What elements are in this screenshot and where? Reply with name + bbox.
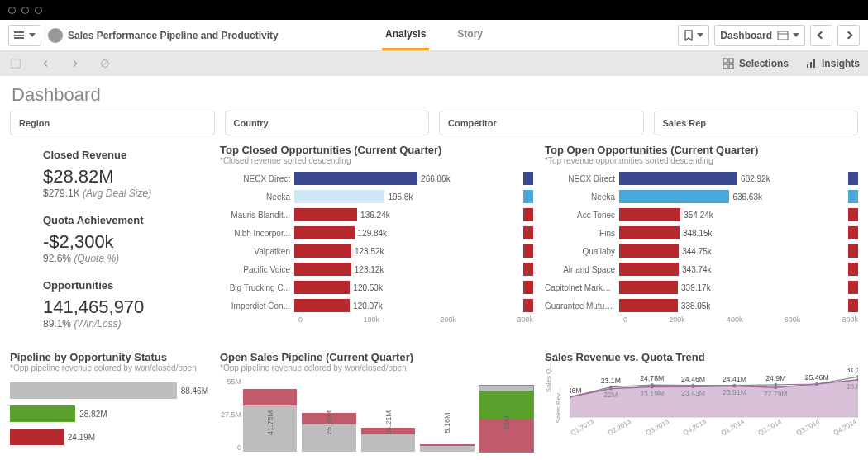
bar-side-marker — [848, 172, 858, 185]
insights-icon — [805, 58, 817, 69]
filter-region[interactable]: Region — [10, 111, 215, 135]
kpi-quota: Quota Achievement -$2,300k 92.6% (Quota … — [43, 214, 205, 264]
axis-tick: 200k — [440, 315, 456, 324]
bookmark-button[interactable] — [678, 25, 709, 46]
bar-row[interactable]: Big Trucking C...120.53k — [220, 279, 533, 296]
bar-row[interactable]: Quallaby344.75k — [545, 243, 858, 259]
axis-tick: 0 — [298, 315, 303, 324]
data-label: 24.78M — [640, 374, 664, 382]
kpi-opportunities: Opportunities 141,465,970 89.1% (Win/Los… — [43, 279, 205, 330]
selections-icon — [723, 58, 734, 69]
chart-top-open: Top Open Opportunities (Current Quarter)… — [545, 144, 858, 344]
bar-side-marker — [848, 208, 858, 221]
bar-row[interactable]: NECX Direct266.86k — [220, 170, 533, 187]
tab-analysis[interactable]: Analysis — [382, 20, 429, 50]
bar-row[interactable]: Nibh Incorpor...129.84k — [220, 225, 533, 241]
bar-value: 136.24k — [360, 211, 390, 220]
nav-prev-button[interactable] — [810, 25, 832, 46]
data-point[interactable] — [609, 386, 613, 390]
stacked-bar[interactable]: 25.85M — [302, 413, 355, 452]
data-point[interactable] — [732, 384, 736, 387]
filter-sales-rep[interactable]: Sales Rep — [654, 111, 859, 135]
chart-title: Top Open Opportunities (Current Quarter) — [545, 144, 858, 156]
bar-fill — [294, 190, 384, 203]
bar-row[interactable]: Neeka636.63k — [545, 188, 858, 205]
pipeline-bar[interactable]: 88.46M — [10, 381, 208, 401]
bar-segment — [479, 391, 533, 419]
traffic-light-min[interactable] — [21, 7, 29, 14]
bar-fill — [619, 226, 680, 239]
bar-label: Air and Space — [545, 265, 619, 274]
traffic-light-close[interactable] — [8, 7, 16, 14]
traffic-light-max[interactable] — [35, 7, 42, 14]
top-bar: Sales Performance Pipeline and Productiv… — [0, 20, 868, 51]
view-label: Dashboard — [720, 30, 772, 41]
bar-value: 123.12k — [355, 265, 384, 274]
stacked-bar[interactable]: 63M — [479, 386, 533, 452]
chart-open-pipeline: Open Sales Pipeline (Current Quarter) *O… — [220, 351, 533, 452]
chart-title: Sales Revenue vs. Quota Trend — [545, 351, 858, 363]
bar-row[interactable]: Valpatken123.52k — [220, 243, 533, 259]
filter-country[interactable]: Country — [225, 111, 430, 135]
bar-row[interactable]: Imperdiet Con...120.07k — [220, 297, 533, 314]
bar-row[interactable]: Air and Space343.74k — [545, 261, 858, 277]
insights-button[interactable]: Insights — [805, 58, 860, 69]
bar-value: 129.84k — [358, 229, 388, 238]
bar-row[interactable]: Neeka195.8k — [220, 188, 533, 205]
bar-label: Guarantee Mutual Life ... — [545, 301, 619, 311]
stacked-bar[interactable]: 16.21M — [361, 428, 415, 452]
axis-tick: 27.5M — [220, 410, 241, 419]
data-point[interactable] — [651, 386, 654, 389]
nav-next-button[interactable] — [837, 25, 860, 46]
data-point[interactable] — [815, 382, 818, 386]
selections-label: Selections — [739, 58, 789, 69]
data-point[interactable] — [774, 386, 777, 389]
selections-button[interactable]: Selections — [723, 58, 789, 69]
bar-row[interactable]: Acc Tonec354.24k — [545, 206, 858, 223]
data-point[interactable] — [856, 375, 858, 378]
stacked-bar[interactable]: 41.75M — [243, 389, 297, 452]
pipeline-bar[interactable]: 24.19M — [10, 427, 208, 447]
chart-revenue-trend: Sales Revenue vs. Quota Trend Sales Q...… — [545, 351, 858, 452]
bar-side-marker — [848, 299, 858, 312]
view-selector[interactable]: Dashboard — [714, 25, 805, 46]
data-label: 23.43M — [681, 389, 705, 397]
data-point[interactable] — [692, 385, 695, 388]
tab-story[interactable]: Story — [454, 20, 486, 50]
kpi-label: Opportunities — [43, 279, 205, 292]
pipeline-bar[interactable]: 28.82M — [10, 404, 208, 424]
bar-label: NECX Direct — [220, 174, 294, 183]
bar-label: Valpatken — [220, 247, 294, 256]
bookmark-icon — [684, 30, 694, 41]
kpi-column: Closed Revenue $28.82M $279.1K (Avg Deal… — [10, 144, 208, 344]
bar-label: Neeka — [220, 192, 294, 202]
smart-search-icon[interactable] — [8, 56, 23, 71]
bar-row[interactable]: Pacific Voice123.12k — [220, 261, 533, 277]
clear-selections-icon[interactable] — [98, 56, 112, 71]
app-icon — [48, 28, 63, 43]
data-label: 23.91M — [723, 388, 746, 396]
insights-label: Insights — [822, 58, 860, 69]
bar-row[interactable]: Mauris Blandit...136.24k — [220, 206, 533, 223]
bar-label: Neeka — [545, 192, 619, 202]
bar-value: 195.8k — [388, 192, 413, 202]
bar-fill — [619, 244, 679, 258]
svg-rect-7 — [723, 64, 727, 69]
bar-row[interactable]: Capitolnet Marketing G...339.17k — [545, 279, 858, 296]
step-forward-icon[interactable] — [68, 56, 83, 71]
stacked-bar[interactable]: 5.16M — [420, 444, 474, 452]
kpi-value: -$2,300k — [43, 231, 205, 253]
bar-value: 120.07k — [353, 301, 383, 311]
bar-row[interactable]: NECX Direct682.92k — [545, 170, 858, 187]
axis-tick: 0 — [220, 443, 241, 452]
menu-button[interactable] — [8, 25, 41, 46]
step-back-icon[interactable] — [38, 56, 53, 71]
bar-fill — [619, 172, 737, 185]
bar-side-marker — [848, 281, 858, 294]
data-label: 31.12M — [846, 366, 858, 374]
bar-row[interactable]: Guarantee Mutual Life ...338.05k — [545, 297, 858, 314]
bar-side-marker — [523, 263, 533, 276]
svg-rect-10 — [810, 62, 812, 68]
bar-row[interactable]: Fins348.15k — [545, 225, 858, 241]
filter-competitor[interactable]: Competitor — [439, 111, 644, 135]
